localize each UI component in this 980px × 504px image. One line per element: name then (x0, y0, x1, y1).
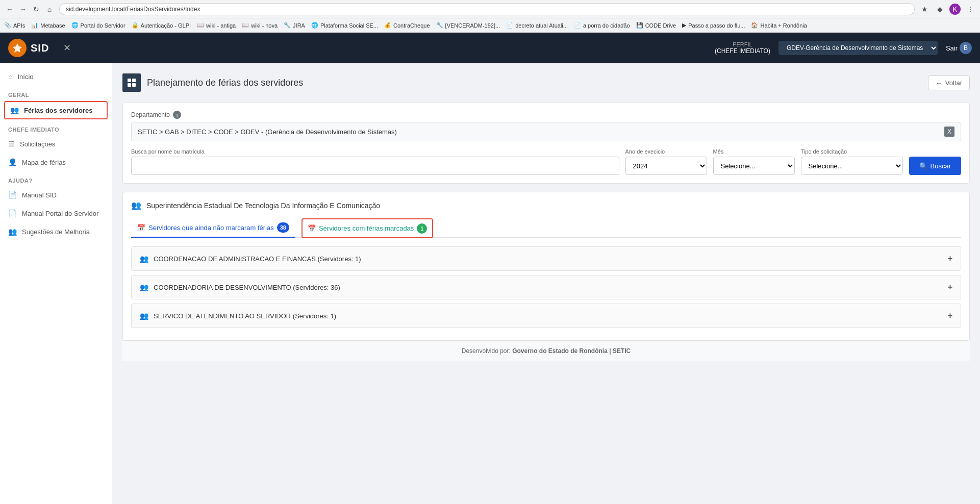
tab2-label: Servidores com férias marcadas (319, 224, 414, 232)
expand-button-1[interactable]: + (948, 283, 952, 292)
bookmark-apis[interactable]: 📎 APIs (4, 22, 25, 29)
svg-rect-2 (128, 83, 131, 87)
bookmark-contracheque[interactable]: 💰 ContraCheque (384, 22, 430, 29)
bookmark-plataforma[interactable]: 🌐 Plataforma Social SE... (311, 22, 378, 29)
bookmarks-bar: 📎 APIs 📊 Metabase 🌐 Portal do Servidor 🔒… (0, 18, 980, 33)
sidebar-item-sugestoes[interactable]: 👥 Sugestões de Melhoria (0, 222, 112, 241)
bookmark-code-drive[interactable]: 💾 CODE Drive (636, 22, 676, 29)
sair-button[interactable]: Sair B (946, 42, 972, 54)
sidebar-section-ajuda: AJUDA? (0, 171, 112, 186)
svg-rect-0 (128, 79, 131, 82)
bookmark-cidadao[interactable]: 📄 a porra do cidadão (574, 22, 630, 29)
results-header: 👥 Superintendência Estadual De Tecnologi… (131, 200, 961, 210)
filter-group-ano: Ano de execicio 2024 (625, 148, 707, 175)
tabs-row: 📅 Servidores que ainda não marcaram féri… (131, 218, 961, 238)
sidebar-solicitacoes-label: Solicitações (20, 140, 55, 148)
tipo-select[interactable]: Selecione... (801, 157, 903, 175)
tab-marcadas[interactable]: 📅 Servidores com férias marcadas 1 (301, 218, 433, 238)
profile-button[interactable]: K (949, 4, 961, 15)
bookmark-wiki-antiga[interactable]: 📖 wiki - antiga (197, 22, 236, 29)
back-nav-button[interactable]: ← (4, 4, 15, 15)
ano-select[interactable]: 2024 (625, 157, 707, 175)
perfil-value: (CHEFE IMEDIATO) (715, 47, 770, 55)
mes-label: Mês (713, 148, 795, 155)
people-icon: 👥 (8, 228, 17, 236)
sair-label: Sair (946, 44, 958, 52)
doc2-icon: 📄 (8, 209, 17, 217)
browser-chrome: ← → ↻ ⌂ sid.development.local/FeriasDosS… (0, 0, 980, 18)
home-button[interactable]: ⌂ (44, 4, 55, 15)
filter-group-mes: Mês Selecione... (713, 148, 795, 175)
main-layout: ⌂ Início GERAL 👥 Férias dos servidores C… (0, 63, 980, 504)
bookmark-glpi[interactable]: 🔒 Autenticação - GLPI (132, 22, 191, 29)
bookmark-decreto[interactable]: 📄 decreto atual Atuali... (506, 22, 568, 29)
bookmark-jira[interactable]: 🔧 JIRA (284, 22, 305, 29)
expand-button-0[interactable]: + (948, 254, 952, 263)
nav-buttons: ← → ↻ ⌂ (4, 4, 55, 15)
list-icon: ☰ (8, 140, 15, 148)
menu-button[interactable]: ⋮ (965, 4, 976, 15)
bookmark-star-button[interactable]: ★ (919, 4, 930, 15)
dept-label: Departamento i (131, 111, 961, 119)
bookmark-habita[interactable]: 🏠 Habita + Rondônia (751, 22, 807, 29)
sidebar-item-ferias[interactable]: 👥 Férias dos servidores (4, 101, 108, 119)
extensions-button[interactable]: ◆ (934, 4, 945, 15)
section-row-0[interactable]: 👥 COORDENACAO DE ADMINISTRACAO E FINANCA… (131, 246, 961, 271)
back-button[interactable]: ← Voltar (928, 75, 970, 90)
sidebar-item-manual-sid[interactable]: 📄 Manual SID (0, 186, 112, 204)
address-bar[interactable]: sid.development.local/FeriasDosServidore… (59, 3, 915, 15)
search-icon: 🔍 (919, 162, 927, 170)
ano-label: Ano de execicio (625, 148, 707, 155)
sidebar-item-mapa[interactable]: 👤 Mapa de férias (0, 153, 112, 171)
org-title: Superintendência Estadual De Tecnologia … (146, 201, 380, 210)
bookmark-venceradm[interactable]: 🔧 [VENCERADM-192]... (436, 22, 500, 29)
section-row-left-0: 👥 COORDENACAO DE ADMINISTRACAO E FINANCA… (140, 255, 361, 263)
mes-select[interactable]: Selecione... (713, 157, 795, 175)
app-container: SID ✕ PERFIL (CHEFE IMEDIATO) GDEV-Gerên… (0, 33, 980, 504)
bookmark-portal[interactable]: 🌐 Portal do Servidor (71, 22, 125, 29)
reload-button[interactable]: ↻ (31, 4, 42, 15)
perfil-label: PERFIL (715, 41, 770, 47)
bookmark-passo-passo[interactable]: ▶ Passo a passo do flu... (682, 22, 745, 29)
svg-rect-1 (132, 79, 136, 82)
footer-text: Desenvolvido por: (462, 347, 511, 355)
section-row-1[interactable]: 👥 COORDENADORIA DE DESENVOLVIMENTO (Serv… (131, 275, 961, 299)
tab-nao-marcaram[interactable]: 📅 Servidores que ainda não marcaram féri… (131, 218, 295, 238)
section-row-2[interactable]: 👥 SERVICO DE ATENDIMENTO AO SERVIDOR (Se… (131, 304, 961, 328)
home-icon: ⌂ (8, 72, 12, 81)
logo-area: SID ✕ (8, 39, 71, 57)
dept-clear-button[interactable]: X (944, 127, 954, 137)
topbar: SID ✕ PERFIL (CHEFE IMEDIATO) GDEV-Gerên… (0, 33, 980, 63)
busca-label: Busca por nome ou matrícula (131, 148, 619, 155)
calendar-icon: 👤 (8, 158, 17, 166)
sidebar-item-manual-portal[interactable]: 📄 Manual Portal do Servidor (0, 204, 112, 222)
sidebar-sugestoes-label: Sugestões de Melhoria (22, 228, 90, 236)
sidebar-item-inicio[interactable]: ⌂ Início (0, 67, 112, 86)
dept-selector[interactable]: GDEV-Gerência de Desenvolvimento de Sist… (778, 41, 938, 55)
page-header-left: Planejamento de férias dos servidores (122, 73, 303, 92)
dept-path-text: SETIC > GAB > DITEC > CODE > GDEV - (Ger… (138, 128, 397, 136)
tab1-label: Servidores que ainda não marcaram férias (148, 224, 274, 232)
bookmark-metabase[interactable]: 📊 Metabase (31, 22, 65, 29)
sidebar-manual-sid-label: Manual SID (22, 191, 57, 199)
buscar-button[interactable]: 🔍 Buscar (909, 157, 961, 175)
sidebar-item-solicitacoes[interactable]: ☰ Solicitações (0, 135, 112, 153)
sidebar-section-chefe: CHEFE IMEDIATO (0, 120, 112, 135)
section-users-icon-1: 👥 (140, 283, 148, 291)
filter-group-tipo: Tipo de solicitação Selecione... (801, 148, 903, 175)
bookmark-wiki-nova[interactable]: 📖 wiki - nova (242, 22, 278, 29)
filter-row: Busca por nome ou matrícula Ano de execi… (131, 148, 961, 175)
section-row-left-1: 👥 COORDENADORIA DE DESENVOLVIMENTO (Serv… (140, 283, 340, 291)
busca-input[interactable] (131, 157, 619, 175)
close-menu-button[interactable]: ✕ (63, 42, 71, 54)
expand-button-2[interactable]: + (948, 311, 952, 320)
sidebar-inicio-label: Início (17, 73, 33, 81)
org-icon: 👥 (131, 200, 141, 210)
topbar-right: PERFIL (CHEFE IMEDIATO) GDEV-Gerência de… (715, 41, 972, 55)
page-title: Planejamento de férias dos servidores (147, 78, 303, 88)
url-text: sid.development.local/FeriasDosServidore… (66, 6, 200, 13)
filter-group-busca: Busca por nome ou matrícula (131, 148, 619, 175)
tipo-label: Tipo de solicitação (801, 148, 903, 155)
back-label: Voltar (945, 79, 962, 87)
forward-nav-button[interactable]: → (17, 4, 29, 15)
